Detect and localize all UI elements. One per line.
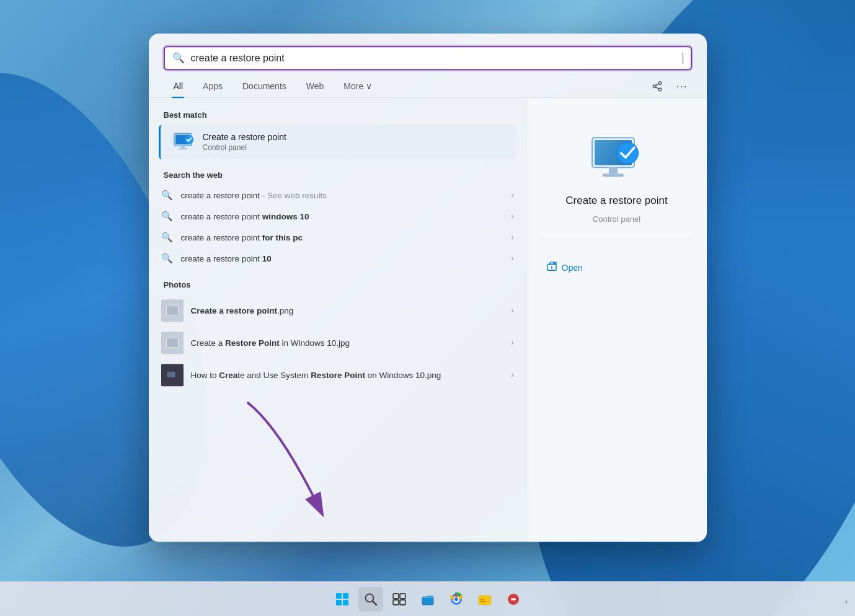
svg-point-43 (454, 597, 458, 601)
svg-line-3 (655, 87, 658, 89)
svg-rect-28 (343, 593, 348, 599)
taskbar-taskview-button[interactable] (387, 587, 412, 612)
file-explorer-icon (421, 592, 435, 606)
svg-rect-20 (609, 167, 618, 174)
tab-more[interactable]: More ∨ (334, 75, 382, 97)
svg-rect-12 (167, 306, 178, 315)
svg-rect-16 (167, 372, 175, 377)
photo-thumb-2 (161, 364, 184, 386)
svg-line-32 (373, 601, 376, 605)
photo-text-0: Create a restore point.png (191, 306, 514, 315)
tab-documents[interactable]: Documents (233, 75, 296, 97)
svg-rect-34 (400, 594, 405, 599)
open-button[interactable]: Open (542, 259, 692, 276)
best-match-label: Best match (149, 108, 526, 125)
photo-chevron-0: › (512, 306, 514, 315)
left-panel: Best match (149, 98, 527, 542)
right-app-subtitle: Control panel (593, 214, 640, 224)
web-search-text-3: create a restore point 10 (181, 254, 514, 263)
svg-rect-33 (393, 594, 399, 599)
svg-rect-14 (167, 338, 178, 347)
web-search-section: Search the web 🔍 create a restore point … (149, 168, 526, 269)
web-search-text-2: create a restore point for this pc (181, 233, 514, 242)
web-search-text-0: create a restore point - See web results (181, 191, 514, 200)
right-panel: Create a restore point Control panel (527, 98, 707, 542)
taskbar-search-button[interactable] (358, 587, 383, 612)
svg-rect-47 (480, 601, 486, 602)
chevron-icon-0: › (512, 191, 514, 200)
svg-point-0 (658, 82, 662, 85)
photo-item-2[interactable]: How to Create and Use System Restore Poi… (149, 359, 526, 391)
web-search-label: Search the web (149, 168, 526, 185)
best-match-app-icon (173, 131, 195, 153)
app-icon (507, 592, 520, 606)
best-match-text: Create a restore point Control panel (203, 132, 286, 152)
share-icon-btn[interactable] (647, 76, 667, 96)
photo-item-0[interactable]: Create a restore point.png › (149, 294, 526, 327)
svg-rect-7 (181, 146, 185, 148)
best-match-item[interactable]: Create a restore point Control panel (159, 125, 516, 159)
taskview-icon (392, 593, 406, 605)
svg-rect-21 (603, 174, 624, 177)
svg-point-2 (658, 88, 662, 91)
search-input[interactable]: create a restore point (191, 53, 676, 64)
svg-rect-36 (400, 600, 405, 605)
taskbar-chrome-button[interactable] (444, 587, 469, 612)
svg-rect-29 (336, 600, 342, 605)
photo-text-1: Create a Restore Point in Windows 10.jpg (191, 338, 514, 348)
right-app-info: Create a restore point Control panel (542, 113, 692, 239)
photo-chevron-2: › (512, 371, 514, 379)
web-search-item-2[interactable]: 🔍 create a restore point for this pc › (149, 227, 526, 248)
search-bar-container: 🔍 create a restore point (149, 33, 707, 70)
web-search-item-0[interactable]: 🔍 create a restore point - See web resul… (149, 185, 526, 206)
monitor-icon-small (173, 132, 195, 152)
photo-thumb-1 (161, 332, 184, 354)
svg-point-23 (617, 143, 638, 164)
photo-item-1[interactable]: Create a Restore Point in Windows 10.jpg… (149, 327, 526, 359)
right-monitor-icon (589, 134, 645, 184)
svg-rect-30 (343, 600, 348, 605)
svg-rect-46 (480, 599, 484, 601)
photo-thumb-0 (161, 299, 184, 322)
chevron-icon-2: › (512, 233, 514, 242)
photo-text-2: How to Create and Use System Restore Poi… (191, 371, 514, 380)
svg-rect-35 (393, 600, 399, 605)
photo-png-icon-0 (166, 306, 179, 315)
photo-chevron-1: › (512, 338, 514, 347)
web-search-item-3[interactable]: 🔍 create a restore point 10 › (149, 248, 526, 269)
photos-label: Photos (149, 278, 526, 294)
taskbar-search-icon (364, 592, 378, 606)
windows-logo-icon (335, 592, 350, 607)
svg-point-25 (551, 266, 552, 268)
search-loop-icon-1: 🔍 (161, 211, 174, 222)
tabs-right: ··· (647, 76, 692, 96)
tab-web[interactable]: Web (296, 75, 334, 97)
search-loop-icon-3: 🔍 (161, 253, 174, 264)
web-search-item-1[interactable]: 🔍 create a restore point windows 10 › (149, 206, 526, 227)
tab-all[interactable]: All (164, 75, 193, 97)
show-desktop-button[interactable]: › (845, 597, 848, 606)
chevron-icon-1: › (512, 212, 514, 221)
best-match-subtitle: Control panel (203, 143, 286, 152)
search-loop-icon-2: 🔍 (161, 232, 174, 243)
main-content: Best match (149, 98, 707, 542)
files-icon (477, 592, 492, 606)
tab-apps[interactable]: Apps (193, 75, 233, 97)
search-cursor (683, 53, 683, 64)
chevron-icon-3: › (512, 254, 514, 263)
taskbar-extra-app-button[interactable] (501, 587, 526, 612)
svg-point-1 (653, 85, 656, 88)
right-app-icon (589, 131, 645, 187)
taskbar-files-button[interactable] (472, 587, 497, 612)
svg-line-4 (655, 84, 658, 86)
svg-rect-8 (179, 148, 187, 149)
photo-png-icon-1 (166, 338, 179, 348)
search-overlay: 🔍 create a restore point All Apps Docume… (149, 33, 707, 542)
right-actions: Open (542, 249, 692, 286)
svg-rect-49 (511, 598, 516, 600)
start-button[interactable] (330, 587, 355, 612)
search-bar[interactable]: 🔍 create a restore point (164, 46, 692, 70)
svg-rect-27 (336, 593, 342, 599)
taskbar-explorer-button[interactable] (415, 587, 440, 612)
more-options-btn[interactable]: ··· (672, 76, 692, 96)
